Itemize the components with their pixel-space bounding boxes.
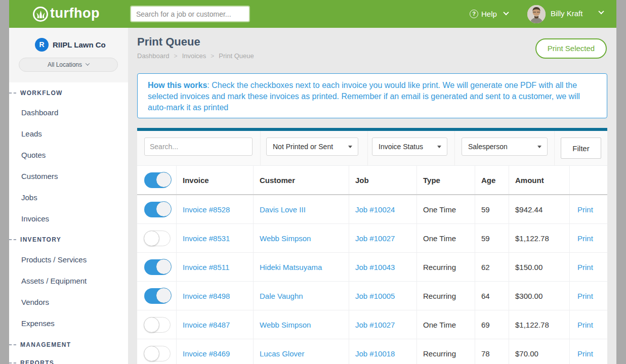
- job-link[interactable]: Job #10018: [355, 349, 395, 358]
- toggle-knob: [144, 317, 159, 333]
- job-link[interactable]: Job #10027: [355, 321, 395, 329]
- invoice-status-select[interactable]: Invoice Status: [372, 138, 447, 156]
- invoice-link[interactable]: Invoice #8487: [183, 321, 230, 329]
- amount-cell: $70.00: [509, 339, 569, 364]
- turfhop-logo-icon: [33, 7, 48, 22]
- invoice-row-3: Invoice #8511Hideki MatsuyamaJob #10043R…: [137, 253, 607, 282]
- sidebar-item-invoices[interactable]: Invoices: [9, 214, 128, 223]
- print-link[interactable]: Print: [577, 205, 593, 214]
- breadcrumb-separator: >: [174, 53, 178, 60]
- salesperson-value: Salesperson: [468, 143, 508, 151]
- row-toggle[interactable]: [144, 202, 171, 217]
- print-link[interactable]: Print: [577, 263, 593, 271]
- sidebar-section-workflow: WORKFLOW: [9, 88, 128, 98]
- type-cell: One Time: [416, 310, 475, 339]
- row-toggle[interactable]: [144, 346, 171, 361]
- help-menu[interactable]: ? Help: [470, 0, 508, 28]
- column-header-print: [569, 166, 607, 194]
- print-link[interactable]: Print: [577, 292, 593, 300]
- breadcrumb-invoices[interactable]: Invoices: [182, 52, 206, 60]
- sidebar-item-customers[interactable]: Customers: [9, 172, 128, 181]
- customer-link[interactable]: Dale Vaughn: [260, 292, 303, 300]
- type-cell: Recurring: [416, 282, 475, 310]
- invoice-link[interactable]: Invoice #8511: [183, 263, 229, 271]
- sidebar-item-products-services[interactable]: Products / Services: [9, 255, 128, 264]
- invoice-row-1: Invoice #8528Davis Love IIIJob #10024One…: [137, 195, 607, 224]
- select-all-toggle[interactable]: [144, 172, 171, 188]
- row-toggle[interactable]: [144, 231, 171, 246]
- breadcrumb-current: Print Queue: [219, 52, 254, 60]
- table-search-input[interactable]: [144, 138, 253, 156]
- amount-cell: $1,122.78: [509, 224, 569, 252]
- top-bar: turfhop ? Help Billy Kraft: [9, 0, 616, 28]
- printed-filter-select[interactable]: Not Printed or Sent: [266, 138, 358, 156]
- invoice-link[interactable]: Invoice #8469: [183, 349, 230, 358]
- filter-button[interactable]: Filter: [561, 138, 601, 159]
- invoice-link[interactable]: Invoice #8531: [183, 234, 230, 243]
- breadcrumb-dashboard[interactable]: Dashboard: [137, 52, 170, 60]
- invoice-row-5: Invoice #8487Webb SimpsonJob #10027One T…: [137, 310, 607, 339]
- invoice-row-2: Invoice #8531Webb SimpsonJob #10027One T…: [137, 224, 607, 253]
- customer-link[interactable]: Webb Simpson: [260, 234, 311, 243]
- breadcrumb-separator: >: [211, 53, 214, 60]
- select-arrow-icon: [537, 146, 541, 148]
- age-cell: 59: [475, 224, 509, 252]
- type-cell: One Time: [416, 195, 475, 223]
- column-header-job: Job: [349, 166, 416, 194]
- row-toggle[interactable]: [144, 259, 171, 275]
- filter-panel: Not Printed or Sent Invoice Status Sales…: [137, 131, 607, 166]
- invoice-link[interactable]: Invoice #8528: [183, 205, 230, 214]
- customer-link[interactable]: Webb Simpson: [260, 321, 311, 329]
- help-label: Help: [481, 10, 497, 18]
- sidebar-item-quotes[interactable]: Quotes: [9, 151, 128, 160]
- age-cell: 69: [475, 310, 509, 339]
- age-cell: 64: [475, 282, 509, 310]
- info-lead: How this works: [148, 81, 207, 89]
- sidebar: R RIIPL Lawn Co All Locations WORKFLOWDa…: [9, 28, 128, 364]
- customer-link[interactable]: Davis Love III: [260, 205, 306, 214]
- sidebar-item-jobs[interactable]: Jobs: [9, 193, 128, 202]
- print-link[interactable]: Print: [577, 321, 593, 329]
- invoice-table: Invoice Customer Job Type Age Amount Inv…: [137, 166, 607, 364]
- global-search-input[interactable]: [131, 7, 249, 21]
- job-link[interactable]: Job #10043: [355, 263, 395, 271]
- invoice-link[interactable]: Invoice #8498: [183, 292, 230, 300]
- global-search: [130, 6, 250, 22]
- print-selected-button[interactable]: Print Selected: [535, 38, 607, 59]
- row-toggle[interactable]: [144, 288, 171, 304]
- amount-cell: $300.00: [509, 282, 569, 310]
- customer-link[interactable]: Lucas Glover: [260, 349, 304, 358]
- sidebar-item-dashboard[interactable]: Dashboard: [9, 108, 128, 117]
- salesperson-select[interactable]: Salesperson: [462, 138, 548, 156]
- print-link[interactable]: Print: [577, 349, 593, 358]
- toggle-knob: [156, 172, 172, 188]
- job-link[interactable]: Job #10027: [355, 234, 395, 243]
- print-link[interactable]: Print: [577, 234, 593, 243]
- select-arrow-icon: [437, 146, 441, 148]
- toggle-knob: [156, 259, 172, 275]
- age-cell: 62: [475, 253, 509, 281]
- invoice-row-4: Invoice #8498Dale VaughnJob #10005Recurr…: [137, 282, 607, 310]
- user-avatar[interactable]: [527, 5, 546, 23]
- toggle-knob: [144, 346, 159, 361]
- user-name[interactable]: Billy Kraft: [551, 0, 582, 28]
- toggle-knob: [156, 288, 172, 303]
- job-link[interactable]: Job #10024: [355, 205, 395, 214]
- job-link[interactable]: Job #10005: [355, 292, 395, 300]
- toggle-knob: [156, 201, 172, 217]
- table-header-row: Invoice Customer Job Type Age Amount: [137, 166, 607, 195]
- type-cell: Recurring: [416, 253, 475, 281]
- column-header-age: Age: [475, 166, 509, 194]
- select-arrow-icon: [348, 146, 352, 148]
- sidebar-item-vendors[interactable]: Vendors: [9, 298, 128, 307]
- sidebar-section-inventory: INVENTORY: [9, 235, 128, 244]
- sidebar-item-leads[interactable]: Leads: [9, 129, 128, 139]
- column-header-type: Type: [416, 166, 475, 194]
- app-window: turfhop ? Help Billy Kraft R RIIPL Lawn …: [9, 0, 616, 364]
- sidebar-nav: WORKFLOWDashboardLeadsQuotesCustomersJob…: [9, 28, 128, 364]
- sidebar-item-assets-equipment[interactable]: Assets / Equipment: [9, 277, 128, 286]
- amount-cell: $150.00: [509, 253, 569, 281]
- customer-link[interactable]: Hideki Matsuyama: [260, 263, 322, 271]
- sidebar-item-expenses[interactable]: Expenses: [9, 319, 128, 328]
- row-toggle[interactable]: [144, 317, 171, 333]
